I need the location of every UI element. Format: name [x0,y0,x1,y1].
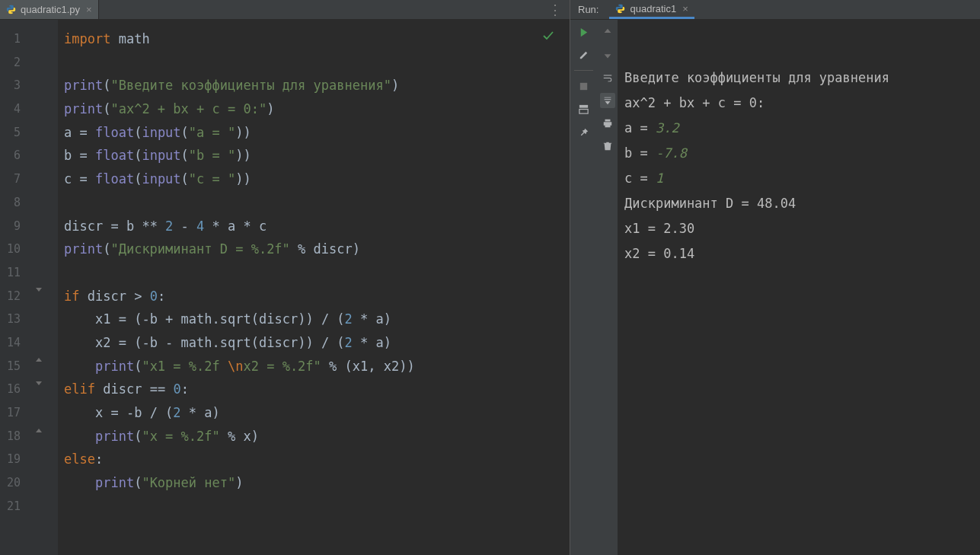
line-number: 19 [0,448,33,471]
close-tab-icon[interactable]: × [682,3,688,14]
run-header: Run: quadratic1 × [570,0,980,20]
line-number: 10 [0,238,33,261]
pin-icon[interactable] [576,124,592,139]
line-number: 7 [0,167,33,191]
code-line: print("x = %.2f" % x) [58,425,570,448]
code-line: print("Корней нет") [58,471,570,495]
line-number: 4 [0,97,33,121]
console-line: Введите коэффициенты для уравнения [624,65,980,91]
fold-start-icon[interactable] [34,285,43,295]
svg-rect-0 [580,82,587,89]
line-number: 5 [0,121,33,145]
code-line: if discr > 0: [58,285,570,308]
editor-pane: quadratic1.py × ⋮ 1234567891011121314151… [0,0,570,555]
line-number: 9 [0,215,33,238]
line-number: 18 [0,425,33,448]
line-number: 1 [0,27,33,51]
layout-icon[interactable] [576,101,592,116]
line-number-gutter: 123456789101112131415161718192021 [0,20,33,555]
console-line: c = 1 [624,166,980,191]
run-toolbar-primary [570,20,597,555]
editor-tab-actions-icon[interactable]: ⋮ [544,2,567,18]
console-line: Дискриминант D = 48.04 [624,191,980,216]
fold-gutter [33,20,58,555]
print-icon[interactable] [600,116,615,131]
editor-body: 123456789101112131415161718192021 import… [0,20,570,555]
console-line: x2 = 0.14 [624,241,980,266]
fold-end-icon[interactable] [34,356,43,365]
down-arrow-icon[interactable] [600,47,615,62]
settings-icon[interactable] [576,47,592,62]
line-number: 8 [0,191,33,215]
code-line: discr = b ** 2 - 4 * a * c [58,215,570,238]
run-tool-window: Run: quadratic1 × Введите коэфф [570,0,980,555]
separator [574,70,593,71]
up-arrow-icon[interactable] [600,24,615,40]
code-line: c = float(input("c = ")) [58,167,570,191]
console-output[interactable]: Введите коэффициенты для уравнения ax^2 … [618,20,980,555]
close-tab-icon[interactable]: × [86,4,92,15]
console-line: a = 3.2 [624,116,980,141]
fold-start-icon[interactable] [34,379,43,388]
line-number: 13 [0,308,33,331]
code-line: print("x1 = %.2f \nx2 = %.2f" % (x1, x2)… [58,355,570,378]
code-line: x2 = (-b - math.sqrt(discr)) / (2 * a) [58,331,570,355]
line-number: 17 [0,401,33,425]
soft-wrap-icon[interactable] [600,70,615,85]
run-toolbar-secondary [597,20,618,555]
code-line [58,495,570,518]
line-number: 3 [0,74,33,97]
editor-tab-label: quadratic1.py [21,4,80,15]
console-line: x1 = 2.30 [624,216,980,241]
code-line: print("Введите коэффициенты для уравнени… [58,74,570,97]
line-number: 2 [0,51,33,75]
run-tab-label: quadratic1 [630,3,676,14]
code-line: b = float(input("b = ")) [58,144,570,167]
line-number: 20 [0,471,33,495]
console-line: b = -7.8 [624,141,980,166]
editor-tab-quadratic1[interactable]: quadratic1.py × [0,0,99,19]
rerun-icon[interactable] [576,24,592,40]
code-line: a = float(input("a = ")) [58,121,570,145]
python-file-icon [6,5,16,14]
line-number: 14 [0,331,33,355]
inspection-ok-icon[interactable] [542,26,554,49]
line-number: 11 [0,261,33,285]
line-number: 16 [0,378,33,401]
editor-tabbar: quadratic1.py × ⋮ [0,0,570,20]
console-line: ax^2 + bx + c = 0: [624,91,980,116]
run-body: Введите коэффициенты для уравнения ax^2 … [570,20,980,555]
code-line: print("ax^2 + bx + c = 0:") [58,97,570,121]
line-number: 6 [0,144,33,167]
code-line: elif discr == 0: [58,378,570,401]
scroll-to-end-icon[interactable] [600,93,615,108]
code-line [58,51,570,75]
code-line: x = -b / (2 * a) [58,401,570,425]
line-number: 21 [0,495,33,518]
code-line: import math [58,27,570,51]
python-file-icon [615,4,625,14]
svg-rect-1 [579,104,588,107]
line-number: 12 [0,285,33,308]
code-editor[interactable]: import math print("Введите коэффициенты … [58,20,570,555]
run-tab-quadratic1[interactable]: quadratic1 × [609,0,694,19]
svg-rect-2 [579,109,588,113]
fold-end-icon[interactable] [34,426,43,435]
code-line: x1 = (-b + math.sqrt(discr)) / (2 * a) [58,308,570,331]
code-line [58,261,570,285]
code-line: print("Дискриминант D = %.2f" % discr) [58,238,570,261]
code-line [58,191,570,215]
trash-icon[interactable] [600,139,615,154]
run-label: Run: [578,4,599,15]
stop-icon[interactable] [576,78,592,94]
code-line: else: [58,448,570,471]
line-number: 15 [0,355,33,378]
